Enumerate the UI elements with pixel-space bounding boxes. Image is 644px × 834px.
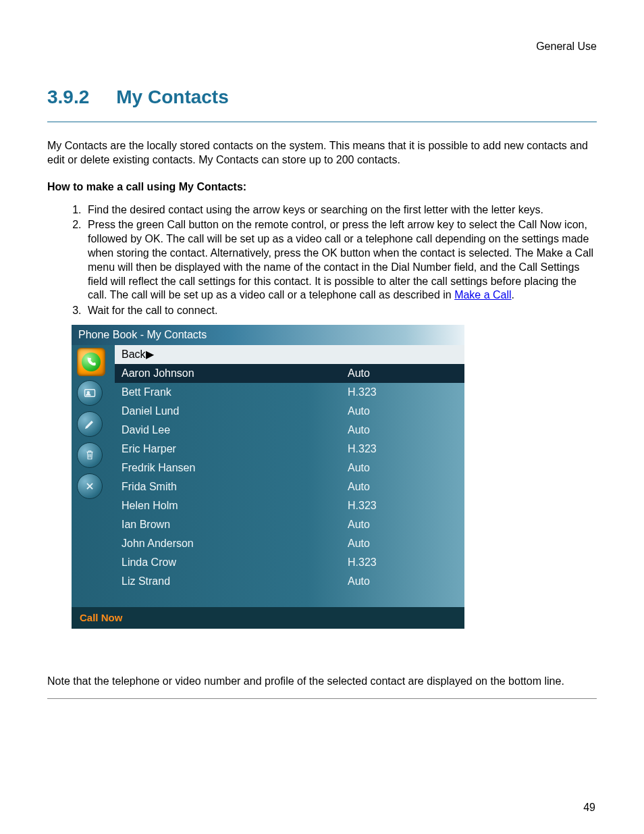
contact-row[interactable]: Fredrik HansenAuto: [115, 459, 464, 477]
contact-name: Linda Crow: [122, 555, 348, 570]
contact-protocol: H.323: [348, 498, 455, 513]
step-1: Find the desired contact using the arrow…: [84, 203, 597, 217]
how-to-subhead: How to make a call using My Contacts:: [47, 181, 597, 193]
phonebook-screenshot: Phone Book - My Contacts: [72, 325, 464, 629]
step-3: Wait for the call to connect.: [84, 304, 597, 318]
contact-row[interactable]: Linda CrowH.323: [115, 553, 464, 572]
back-label: Back▶: [122, 347, 348, 362]
contact-protocol: Auto: [348, 536, 455, 551]
new-contact-icon[interactable]: [77, 380, 103, 406]
bottom-rule: [47, 698, 597, 699]
contact-protocol: Auto: [348, 461, 455, 475]
steps-list: Find the desired contact using the arrow…: [47, 203, 597, 318]
contact-name: Helen Holm: [122, 498, 348, 513]
contact-name: Aaron Johnson: [122, 366, 348, 381]
contact-protocol: Auto: [348, 423, 455, 438]
contact-protocol: Auto: [348, 517, 455, 532]
section-number: 3.9.2: [47, 86, 89, 108]
contact-name: Eric Harper: [122, 442, 348, 457]
contact-row[interactable]: Liz StrandAuto: [115, 572, 464, 591]
contact-row[interactable]: Helen HolmH.323: [115, 496, 464, 515]
contact-protocol: H.323: [348, 385, 455, 400]
back-row[interactable]: Back▶: [115, 345, 464, 364]
contact-name: Ian Brown: [122, 517, 348, 532]
contact-row[interactable]: Bett FrankH.323: [115, 383, 464, 402]
svg-point-1: [87, 392, 89, 394]
section-title-text: My Contacts: [116, 86, 228, 107]
contact-row[interactable]: Daniel LundAuto: [115, 402, 464, 421]
list-padding: [115, 591, 464, 607]
contact-name: Frida Smith: [122, 479, 348, 494]
delete-contact-icon[interactable]: [77, 442, 103, 468]
note-paragraph: Note that the telephone or video number …: [47, 675, 597, 693]
contact-name: Fredrik Hansen: [122, 461, 348, 475]
contact-protocol: H.323: [348, 442, 455, 457]
section-heading: 3.9.2My Contacts: [47, 86, 597, 108]
phonebook-sidebar: [72, 345, 115, 607]
step-2-text-b: .: [512, 289, 514, 301]
contact-protocol: H.323: [348, 555, 455, 570]
make-a-call-link[interactable]: Make a Call: [454, 289, 511, 301]
phonebook-footer: Call Now: [72, 607, 464, 629]
contact-row[interactable]: Aaron JohnsonAuto: [115, 364, 464, 383]
contact-list: Back▶ Aaron JohnsonAutoBett FrankH.323Da…: [115, 345, 464, 607]
contact-row[interactable]: David LeeAuto: [115, 421, 464, 440]
intro-paragraph: My Contacts are the locally stored conta…: [47, 139, 597, 167]
contact-name: John Anderson: [122, 536, 348, 551]
contact-protocol: Auto: [348, 366, 455, 381]
contact-row[interactable]: Eric HarperH.323: [115, 440, 464, 459]
contact-row[interactable]: Ian BrownAuto: [115, 515, 464, 534]
contact-name: Bett Frank: [122, 385, 348, 400]
page-number: 49: [583, 802, 595, 814]
contact-name: Liz Strand: [122, 574, 348, 589]
heading-rule: [47, 122, 597, 122]
step-2: Press the green Call button on the remot…: [84, 218, 597, 303]
contact-name: David Lee: [122, 423, 348, 438]
close-icon[interactable]: [77, 473, 103, 499]
call-now-icon[interactable]: [77, 348, 105, 376]
contact-protocol: Auto: [348, 404, 455, 419]
step-2-text-a: Press the green Call button on the remot…: [88, 219, 593, 301]
contact-row[interactable]: John AndersonAuto: [115, 534, 464, 553]
edit-contact-icon[interactable]: [77, 411, 103, 437]
contact-protocol: Auto: [348, 574, 455, 589]
contact-protocol: Auto: [348, 479, 455, 494]
phonebook-title: Phone Book - My Contacts: [72, 325, 464, 345]
header-section: General Use: [47, 41, 597, 53]
contact-row[interactable]: Frida SmithAuto: [115, 477, 464, 496]
contact-name: Daniel Lund: [122, 404, 348, 419]
